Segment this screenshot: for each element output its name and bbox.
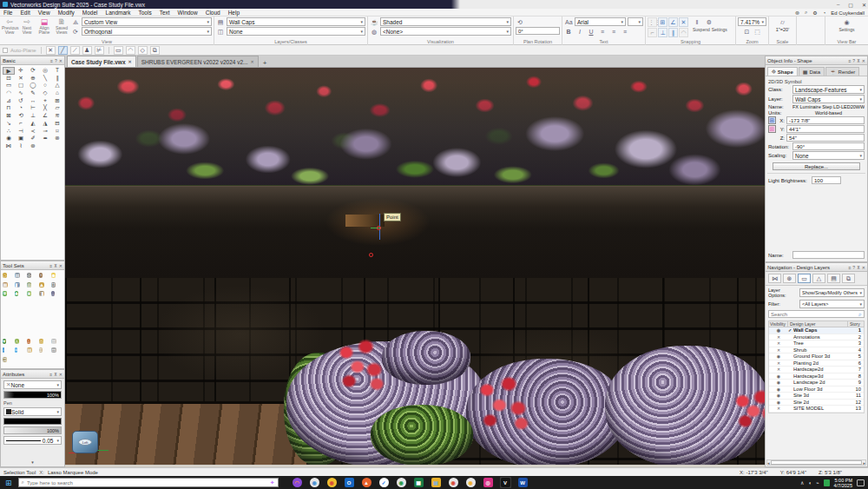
visibility-off-icon[interactable]: ✕ [769, 334, 788, 340]
scale-icon[interactable]: ⌭ [779, 17, 787, 26]
class-select[interactable]: Landscape-Features [792, 85, 865, 94]
palette-close-icon[interactable]: ✕ [862, 265, 865, 270]
nav-tab-sheet-layers-icon[interactable]: △ [812, 274, 825, 283]
rotate-tool[interactable]: ↺ [15, 97, 27, 105]
view-cube-widget[interactable]: Left [72, 431, 98, 453]
hardscape-toolset[interactable]: ◨ [39, 290, 51, 300]
site-planning-toolset[interactable]: ◇ [3, 272, 15, 281]
menu-help[interactable]: Help [228, 10, 240, 16]
text-style-icon[interactable]: Aa [564, 17, 573, 26]
spiral-tool[interactable]: ⌇ [15, 142, 27, 150]
delete-tool[interactable]: ✕ [15, 75, 27, 83]
zoom-tool[interactable]: ◎ [39, 67, 51, 75]
maximize-button[interactable]: ▢ [848, 2, 853, 8]
layer-search-box[interactable]: ⌕ [768, 310, 865, 318]
taskbar-icon-verified-app[interactable]: ✓ [378, 477, 390, 488]
walkthrough-icon[interactable]: ♟ [82, 46, 92, 55]
vpn-lock-icon[interactable] [824, 479, 830, 486]
extend-tool[interactable]: ◭ [27, 120, 39, 128]
layer-name[interactable]: Tree [793, 340, 850, 346]
snap-edge-icon[interactable]: ⌐ [648, 28, 657, 37]
eyedropper-tool[interactable]: ◉ [3, 135, 15, 142]
palette-pin-icon[interactable]: ⊼ [54, 263, 57, 268]
basic-palette-header[interactable]: Basic ≡ ? ✕ [1, 56, 64, 65]
tab-data[interactable]: ▦Data [799, 67, 825, 76]
snap-grid-icon[interactable]: ⋮⋮ [648, 17, 657, 27]
drawing-viewport[interactable]: Point Left [65, 68, 765, 465]
layer-row[interactable]: ◉✓Wall Caps1 [769, 327, 864, 334]
palette-close-icon[interactable]: ✕ [59, 58, 62, 63]
menu-cloud[interactable]: Cloud [206, 10, 220, 16]
tray-expand-icon[interactable]: ∧ [800, 479, 804, 486]
flyover-tool[interactable]: ⟳ [27, 67, 39, 75]
split-tool[interactable]: ╳ [39, 104, 51, 112]
disable-interactive-icon[interactable]: ✕ [46, 46, 56, 55]
palette-menu-icon[interactable]: ≡ [49, 263, 52, 268]
menu-edit[interactable]: Edit [20, 10, 30, 16]
tab-shape[interactable]: ⟐Shape [767, 67, 798, 76]
taskbar-icon-excel[interactable]: ▦ [413, 477, 424, 488]
font-size-select[interactable] [628, 17, 643, 26]
tool-sets-palette-header[interactable]: Tool Sets ≡ ⊼ ✕ [1, 261, 64, 270]
classes-icon[interactable]: ◫ [216, 27, 225, 36]
stake-tool[interactable]: ⌑ [51, 128, 63, 135]
zoom-level-select[interactable]: 7.417% [738, 17, 766, 26]
selection-tool[interactable]: ▶ [3, 67, 15, 75]
irrigation-drop-toolset[interactable]: ◦ [3, 347, 15, 356]
planting-tools-toolset[interactable]: ♥ [3, 338, 15, 347]
fill-style-select[interactable]: ✕None [3, 380, 62, 389]
visibility-off-icon[interactable]: ✕ [769, 367, 788, 372]
palette-close-icon[interactable]: ✕ [59, 263, 62, 268]
layer-row[interactable]: ◉Low Floor 3d10 [769, 387, 864, 393]
callout-tool[interactable]: ✐ [27, 135, 39, 142]
layer-row[interactable]: ✕Annotations2 [769, 334, 864, 341]
menu-tools[interactable]: Tools [138, 10, 151, 16]
search-icon[interactable]: ⌕ [805, 10, 807, 16]
trim-tool[interactable]: ⊢ [27, 104, 39, 112]
projection-select[interactable]: Orthogonal [82, 27, 212, 36]
snap-object-icon[interactable]: ⊞ [658, 17, 667, 27]
active-class-select[interactable]: None [227, 27, 365, 36]
view-bar-settings-label[interactable]: Settings [838, 27, 854, 32]
underline-button[interactable]: U [587, 27, 595, 36]
visibility-off-icon[interactable]: ✕ [769, 406, 788, 411]
render-mode-select[interactable]: Shaded [380, 17, 511, 26]
palette-pin-icon[interactable]: ⊼ [857, 58, 860, 63]
attributes-expand-icon[interactable]: ▾ [1, 459, 64, 465]
lasso-marquee-icon[interactable]: ◠ [126, 46, 135, 55]
rotate-plan-icon[interactable]: ⟳ [71, 27, 80, 36]
layer-row[interactable]: ✕Shrub4 [769, 347, 864, 354]
auto-plane-checkbox[interactable] [3, 48, 8, 53]
copilot-icon[interactable]: ✦ [270, 479, 275, 486]
resize-tool[interactable]: ↘ [3, 120, 15, 128]
taskbar-icon-instagram[interactable]: ◎ [483, 477, 494, 488]
stairs-toolset[interactable]: ≡ [39, 347, 51, 356]
site-furniture-toolset[interactable]: ⌂ [27, 338, 39, 347]
reshape-tool[interactable]: ⟲ [15, 112, 27, 120]
layer-name[interactable]: Planting 2d [793, 360, 850, 366]
layer-select[interactable]: Wall Caps [792, 95, 865, 103]
circle-tool[interactable]: ○ [39, 82, 51, 89]
layer-name[interactable]: Shrub [793, 347, 850, 353]
rectangle-marquee-icon[interactable]: ▭ [114, 46, 123, 55]
action-center-icon[interactable] [857, 479, 865, 486]
layer-name[interactable]: Annotations [793, 334, 850, 340]
taskbar-icon-chrome-profile-5[interactable]: ◉ [465, 477, 477, 488]
object-info-header[interactable]: Object Info - Shape ≡ ? ⊼ ✕ [766, 56, 867, 65]
scale-value[interactable]: 1"=20' [776, 27, 789, 32]
layer-name[interactable]: Wall Caps [793, 327, 850, 333]
layer-row[interactable]: ✕SITE MODEL13 [769, 406, 864, 413]
nav-tab-references-icon[interactable]: ⋈ [768, 274, 781, 283]
taskbar-icon-word[interactable]: W [517, 477, 529, 488]
triangle-tool[interactable]: ⊿ [3, 97, 15, 105]
notifications-icon[interactable]: ⊚ [795, 10, 799, 16]
taskbar-icon-chrome-profile-4[interactable]: ◉ [448, 477, 459, 488]
align-center-icon[interactable]: ≡ [609, 27, 618, 36]
polygon-marquee-icon[interactable]: ◇ [138, 46, 148, 55]
visibility-eye-icon[interactable]: ◉ [769, 373, 788, 379]
snap-settings-gear-icon[interactable]: ⚙ [705, 17, 713, 26]
angle-tool[interactable]: ∠ [39, 112, 51, 120]
menu-modify[interactable]: Modify [58, 10, 75, 16]
connect-tool[interactable]: ◮ [39, 120, 51, 128]
trees-toolset[interactable]: ♣ [15, 290, 27, 300]
